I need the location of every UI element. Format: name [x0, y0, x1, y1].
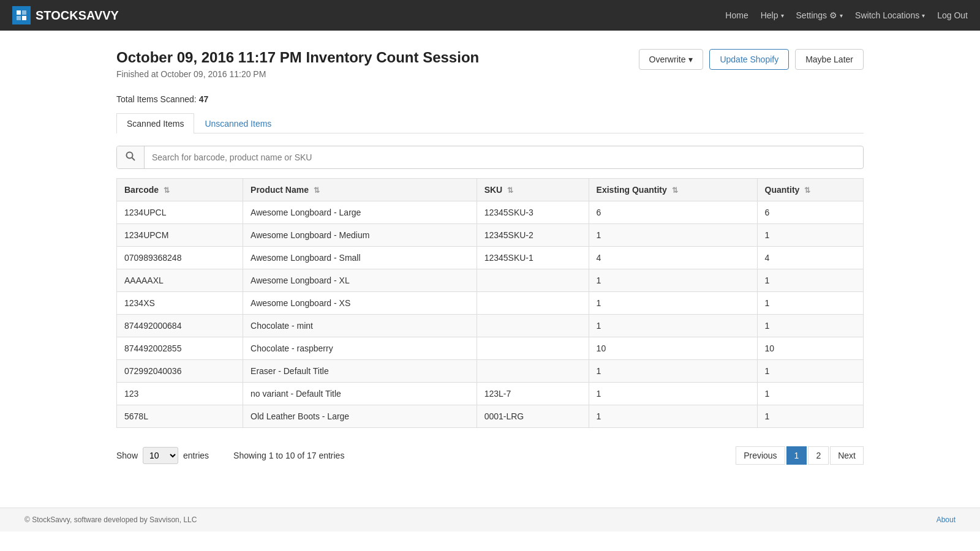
cell-existing_quantity-0: 6 — [589, 201, 757, 224]
svg-rect-2 — [17, 16, 21, 20]
nav-item-switch-locations[interactable]: Switch Locations ▾ — [855, 10, 925, 20]
page-button-1[interactable]: 1 — [786, 446, 807, 465]
table-row: 874492000684Chocolate - mint11 — [117, 315, 864, 337]
cell-product_name-3: Awesome Longboard - XL — [243, 269, 477, 292]
cell-sku-3 — [477, 269, 589, 292]
maybe-later-button[interactable]: Maybe Later — [795, 49, 864, 70]
cell-product_name-2: Awesome Longboard - Small — [243, 247, 477, 269]
cell-quantity-3: 1 — [757, 269, 863, 292]
cell-sku-2: 12345SKU-1 — [477, 247, 589, 269]
table-row: 874492002855Chocolate - raspberry1010 — [117, 337, 864, 360]
cell-barcode-1: 1234UPCM — [117, 224, 243, 247]
nav-item-help[interactable]: Help ▾ — [761, 10, 784, 20]
cell-quantity-5: 1 — [757, 315, 863, 337]
cell-existing_quantity-8: 1 — [589, 383, 757, 405]
table-row: 1234UPCMAwesome Longboard - Medium12345S… — [117, 224, 864, 247]
cell-barcode-6: 874492002855 — [117, 337, 243, 360]
show-label: Show — [116, 451, 138, 460]
cell-quantity-1: 1 — [757, 224, 863, 247]
entries-select[interactable]: 102550100 — [143, 447, 178, 464]
cell-sku-1: 12345SKU-2 — [477, 224, 589, 247]
page-header: October 09, 2016 11:17 PM Inventory Coun… — [116, 49, 864, 79]
page-actions: Overwrite ▾ Update Shopify Maybe Later — [639, 49, 864, 70]
sort-icon-quantity: ⇅ — [804, 186, 810, 195]
cell-quantity-6: 10 — [757, 337, 863, 360]
page-subtitle: Finished at October 09, 2016 11:20 PM — [116, 69, 479, 79]
cell-barcode-5: 874492000684 — [117, 315, 243, 337]
cell-sku-6 — [477, 337, 589, 360]
switch-locations-dropdown-arrow: ▾ — [922, 12, 925, 19]
svg-point-4 — [127, 152, 133, 159]
footer-about-link[interactable]: About — [937, 515, 956, 524]
overwrite-button[interactable]: Overwrite ▾ — [639, 49, 704, 70]
nav-link-home[interactable]: Home — [725, 10, 748, 20]
table-row: 070989368248Awesome Longboard - Small123… — [117, 247, 864, 269]
table-body: 1234UPCLAwesome Longboard - Large12345SK… — [117, 201, 864, 428]
cell-barcode-8: 123 — [117, 383, 243, 405]
nav-item-settings[interactable]: Settings ⚙ ▾ — [796, 10, 843, 20]
nav-link-switch-locations[interactable]: Switch Locations ▾ — [855, 10, 925, 20]
pagination-controls: Previous 1 2 Next — [736, 446, 864, 465]
col-header-barcode[interactable]: Barcode ⇅ — [117, 179, 243, 201]
cell-sku-4 — [477, 292, 589, 315]
total-items-value: 47 — [199, 94, 209, 104]
search-container — [116, 146, 864, 169]
previous-button[interactable]: Previous — [736, 446, 785, 465]
tab-scanned-items[interactable]: Scanned Items — [116, 113, 194, 133]
page-button-2[interactable]: 2 — [808, 446, 829, 465]
search-input[interactable] — [145, 148, 863, 167]
cell-barcode-2: 070989368248 — [117, 247, 243, 269]
svg-rect-3 — [22, 16, 26, 20]
cell-sku-0: 12345SKU-3 — [477, 201, 589, 224]
svg-line-5 — [132, 158, 135, 161]
table-row: 072992040036Eraser - Default Title11 — [117, 360, 864, 383]
sort-icon-sku: ⇅ — [507, 186, 513, 195]
col-header-product-name[interactable]: Product Name ⇅ — [243, 179, 477, 201]
table-row: AAAAAXLAwesome Longboard - XL11 — [117, 269, 864, 292]
navbar: STOCKSAVVY Home Help ▾ Settings ⚙ ▾ Swit… — [0, 0, 980, 31]
table-row: 5678LOld Leather Boots - Large0001-LRG11 — [117, 405, 864, 428]
pagination-info: Showing 1 to 10 of 17 entries — [233, 451, 344, 460]
brand-name: STOCKSAVVY — [36, 9, 119, 23]
cell-product_name-8: no variant - Default Title — [243, 383, 477, 405]
nav-item-logout[interactable]: Log Out — [937, 10, 968, 20]
col-header-existing-quantity[interactable]: Existing Quantity ⇅ — [589, 179, 757, 201]
sort-icon-product-name: ⇅ — [314, 186, 320, 195]
cell-existing_quantity-6: 10 — [589, 337, 757, 360]
tab-unscanned-items[interactable]: Unscanned Items — [194, 113, 282, 133]
cell-quantity-2: 4 — [757, 247, 863, 269]
nav-list: Home Help ▾ Settings ⚙ ▾ Switch Location… — [725, 10, 968, 20]
nav-link-settings[interactable]: Settings ⚙ ▾ — [796, 10, 843, 20]
brand-logo[interactable]: STOCKSAVVY — [12, 6, 119, 24]
cell-quantity-7: 1 — [757, 360, 863, 383]
cell-barcode-0: 1234UPCL — [117, 201, 243, 224]
total-items-label: Total Items Scanned: — [116, 94, 197, 104]
nav-link-logout[interactable]: Log Out — [937, 10, 968, 20]
cell-barcode-7: 072992040036 — [117, 360, 243, 383]
brand-icon — [12, 6, 31, 24]
table-header-row: Barcode ⇅ Product Name ⇅ SKU ⇅ Existing … — [117, 179, 864, 201]
cell-product_name-0: Awesome Longboard - Large — [243, 201, 477, 224]
table-row: 1234UPCLAwesome Longboard - Large12345SK… — [117, 201, 864, 224]
nav-link-help[interactable]: Help ▾ — [761, 10, 784, 20]
settings-gear-icon: ⚙ — [829, 10, 837, 20]
nav-item-home[interactable]: Home — [725, 10, 748, 20]
cell-sku-8: 123L-7 — [477, 383, 589, 405]
cell-existing_quantity-2: 4 — [589, 247, 757, 269]
cell-product_name-4: Awesome Longboard - XS — [243, 292, 477, 315]
col-header-sku[interactable]: SKU ⇅ — [477, 179, 589, 201]
cell-existing_quantity-3: 1 — [589, 269, 757, 292]
cell-barcode-4: 1234XS — [117, 292, 243, 315]
next-button[interactable]: Next — [830, 446, 864, 465]
cell-product_name-6: Chocolate - raspberry — [243, 337, 477, 360]
settings-dropdown-arrow: ▾ — [840, 12, 843, 19]
cell-sku-5 — [477, 315, 589, 337]
data-table: Barcode ⇅ Product Name ⇅ SKU ⇅ Existing … — [116, 178, 864, 428]
cell-existing_quantity-7: 1 — [589, 360, 757, 383]
pagination-row: Show 102550100 entries Showing 1 to 10 o… — [116, 440, 864, 471]
sort-icon-existing-qty: ⇅ — [672, 186, 678, 195]
page-title: October 09, 2016 11:17 PM Inventory Coun… — [116, 49, 479, 66]
update-shopify-button[interactable]: Update Shopify — [709, 49, 789, 70]
entries-label: entries — [183, 451, 209, 460]
col-header-quantity[interactable]: Quantity ⇅ — [757, 179, 863, 201]
